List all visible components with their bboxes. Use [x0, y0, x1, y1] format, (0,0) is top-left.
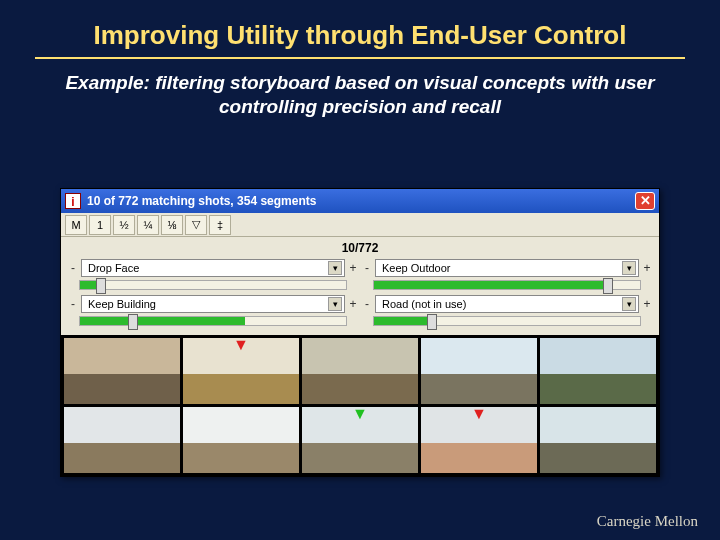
filter-label: Road (not in use): [382, 298, 466, 310]
plus-icon[interactable]: +: [643, 297, 651, 311]
toolbar-zoom-half-button[interactable]: ½: [113, 215, 135, 235]
plus-icon[interactable]: +: [643, 261, 651, 275]
chevron-down-icon[interactable]: ▾: [328, 297, 342, 311]
filter-keep-building: - Keep Building ▾ +: [69, 295, 357, 329]
toolbar-show-all-button[interactable]: M: [65, 215, 87, 235]
chevron-down-icon[interactable]: ▾: [622, 297, 636, 311]
slider-fill: [374, 281, 608, 289]
filter-road: - Road (not in use) ▾ +: [363, 295, 651, 329]
filter-combo[interactable]: Drop Face ▾: [81, 259, 345, 277]
titlebar: i 10 of 772 matching shots, 354 segments…: [61, 189, 659, 213]
slider-thumb[interactable]: [128, 314, 138, 330]
filter-combo[interactable]: Keep Outdoor ▾: [375, 259, 639, 277]
storyboard-grid: ▼▼▼: [61, 335, 659, 476]
slider-fill: [80, 317, 245, 325]
green-marker-icon: ▼: [352, 407, 368, 423]
minus-icon[interactable]: -: [69, 261, 77, 275]
brand-wordmark: Carnegie Mellon: [597, 513, 698, 530]
toolbar-settings-icon[interactable]: ‡: [209, 215, 231, 235]
minus-icon[interactable]: -: [363, 297, 371, 311]
toolbar-zoom-quarter-button[interactable]: ¼: [137, 215, 159, 235]
toolbar: M 1 ½ ¼ ⅛ ▽ ‡: [61, 213, 659, 237]
filter-slider[interactable]: [373, 316, 641, 326]
shot-thumbnail[interactable]: [421, 338, 537, 404]
minus-icon[interactable]: -: [69, 297, 77, 311]
app-icon: i: [65, 193, 81, 209]
slider-thumb[interactable]: [427, 314, 437, 330]
plus-icon[interactable]: +: [349, 297, 357, 311]
shot-thumbnail[interactable]: ▼: [183, 338, 299, 404]
red-marker-icon: ▼: [233, 338, 249, 354]
plus-icon[interactable]: +: [349, 261, 357, 275]
slider-fill: [374, 317, 433, 325]
minus-icon[interactable]: -: [363, 261, 371, 275]
shot-counter: 10/772: [61, 237, 659, 257]
filter-combo[interactable]: Keep Building ▾: [81, 295, 345, 313]
close-button[interactable]: ✕: [635, 192, 655, 210]
toolbar-zoom-eighth-button[interactable]: ⅛: [161, 215, 183, 235]
filter-label: Keep Outdoor: [382, 262, 451, 274]
shot-thumbnail[interactable]: [64, 338, 180, 404]
red-marker-icon: ▼: [471, 407, 487, 423]
window-title: 10 of 772 matching shots, 354 segments: [87, 194, 629, 208]
toolbar-zoom-1-button[interactable]: 1: [89, 215, 111, 235]
filter-slider[interactable]: [373, 280, 641, 290]
shot-thumbnail[interactable]: [64, 407, 180, 473]
filters-panel: - Drop Face ▾ + - Keep Outdoor ▾ +: [61, 257, 659, 335]
filter-slider[interactable]: [79, 316, 347, 326]
toolbar-filter-icon[interactable]: ▽: [185, 215, 207, 235]
shot-thumbnail[interactable]: ▼: [302, 407, 418, 473]
chevron-down-icon[interactable]: ▾: [328, 261, 342, 275]
chevron-down-icon[interactable]: ▾: [622, 261, 636, 275]
slide-title: Improving Utility through End-User Contr…: [35, 0, 685, 59]
shot-thumbnail[interactable]: [540, 407, 656, 473]
filter-keep-outdoor: - Keep Outdoor ▾ +: [363, 259, 651, 293]
shot-thumbnail[interactable]: [540, 338, 656, 404]
shot-thumbnail[interactable]: [183, 407, 299, 473]
filter-combo[interactable]: Road (not in use) ▾: [375, 295, 639, 313]
slide-subtitle: Example: filtering storyboard based on v…: [0, 59, 720, 129]
app-window: i 10 of 772 matching shots, 354 segments…: [60, 188, 660, 477]
filter-label: Keep Building: [88, 298, 156, 310]
slider-thumb[interactable]: [96, 278, 106, 294]
filter-drop-face: - Drop Face ▾ +: [69, 259, 357, 293]
slider-thumb[interactable]: [603, 278, 613, 294]
shot-thumbnail[interactable]: [302, 338, 418, 404]
filter-label: Drop Face: [88, 262, 139, 274]
shot-thumbnail[interactable]: ▼: [421, 407, 537, 473]
filter-slider[interactable]: [79, 280, 347, 290]
